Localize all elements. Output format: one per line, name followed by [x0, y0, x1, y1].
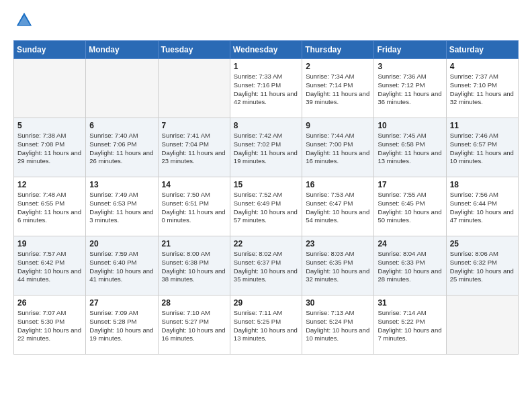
calendar-cell: 11Sunrise: 7:46 AMSunset: 6:57 PMDayligh… — [446, 118, 518, 177]
day-number: 22 — [234, 239, 298, 248]
cell-info: Sunrise: 7:36 AMSunset: 7:12 PMDaylight:… — [378, 73, 442, 107]
day-number: 30 — [306, 298, 370, 308]
day-number: 18 — [450, 180, 515, 189]
day-number: 10 — [378, 121, 442, 130]
calendar-cell: 30Sunrise: 7:13 AMSunset: 5:24 PMDayligh… — [302, 295, 374, 355]
calendar-cell: 7Sunrise: 7:41 AMSunset: 7:04 PMDaylight… — [158, 118, 230, 177]
cell-info: Sunrise: 7:09 AMSunset: 5:28 PMDaylight:… — [89, 309, 154, 343]
calendar-cell: 28Sunrise: 7:10 AMSunset: 5:27 PMDayligh… — [158, 295, 230, 355]
cell-info: Sunrise: 8:04 AMSunset: 6:33 PMDaylight:… — [378, 250, 442, 284]
calendar-cell — [14, 59, 86, 118]
day-number: 9 — [306, 121, 370, 130]
cell-info: Sunrise: 7:53 AMSunset: 6:47 PMDaylight:… — [306, 191, 370, 225]
calendar-cell: 25Sunrise: 8:06 AMSunset: 6:32 PMDayligh… — [446, 236, 518, 295]
cell-info: Sunrise: 7:38 AMSunset: 7:08 PMDaylight:… — [17, 132, 82, 166]
day-number: 4 — [450, 62, 515, 71]
weekday-saturday: Saturday — [446, 41, 518, 59]
cell-info: Sunrise: 7:46 AMSunset: 6:57 PMDaylight:… — [450, 132, 515, 166]
day-number: 16 — [306, 180, 370, 189]
cell-info: Sunrise: 7:56 AMSunset: 6:44 PMDaylight:… — [450, 191, 515, 225]
cell-info: Sunrise: 7:10 AMSunset: 5:27 PMDaylight:… — [162, 309, 226, 343]
calendar-cell: 13Sunrise: 7:49 AMSunset: 6:53 PMDayligh… — [86, 177, 158, 236]
weekday-header-row: SundayMondayTuesdayWednesdayThursdayFrid… — [14, 41, 519, 59]
week-row-3: 12Sunrise: 7:48 AMSunset: 6:55 PMDayligh… — [14, 177, 519, 236]
cell-info: Sunrise: 7:33 AMSunset: 7:16 PMDaylight:… — [234, 73, 298, 107]
calendar-cell: 10Sunrise: 7:45 AMSunset: 6:58 PMDayligh… — [374, 118, 446, 177]
calendar-cell: 19Sunrise: 7:57 AMSunset: 6:42 PMDayligh… — [14, 236, 86, 295]
calendar-cell: 23Sunrise: 8:03 AMSunset: 6:35 PMDayligh… — [302, 236, 374, 295]
weekday-friday: Friday — [374, 41, 446, 59]
day-number: 21 — [162, 239, 226, 248]
calendar-cell: 3Sunrise: 7:36 AMSunset: 7:12 PMDaylight… — [374, 59, 446, 118]
cell-info: Sunrise: 7:52 AMSunset: 6:49 PMDaylight:… — [234, 191, 298, 225]
cell-info: Sunrise: 7:44 AMSunset: 7:00 PMDaylight:… — [306, 132, 370, 166]
week-row-2: 5Sunrise: 7:38 AMSunset: 7:08 PMDaylight… — [14, 118, 519, 177]
cell-info: Sunrise: 7:34 AMSunset: 7:14 PMDaylight:… — [306, 73, 370, 107]
day-number: 25 — [450, 239, 515, 248]
day-number: 6 — [89, 121, 154, 130]
cell-info: Sunrise: 7:40 AMSunset: 7:06 PMDaylight:… — [89, 132, 154, 166]
day-number: 24 — [378, 239, 442, 248]
cell-info: Sunrise: 7:59 AMSunset: 6:40 PMDaylight:… — [89, 250, 154, 284]
weekday-wednesday: Wednesday — [230, 41, 302, 59]
week-row-1: 1Sunrise: 7:33 AMSunset: 7:16 PMDaylight… — [14, 59, 519, 118]
day-number: 19 — [17, 239, 82, 248]
calendar-cell: 18Sunrise: 7:56 AMSunset: 6:44 PMDayligh… — [446, 177, 518, 236]
weekday-thursday: Thursday — [302, 41, 374, 59]
cell-info: Sunrise: 8:06 AMSunset: 6:32 PMDaylight:… — [450, 250, 515, 284]
weekday-monday: Monday — [86, 41, 158, 59]
calendar-cell: 2Sunrise: 7:34 AMSunset: 7:14 PMDaylight… — [302, 59, 374, 118]
cell-info: Sunrise: 7:48 AMSunset: 6:55 PMDaylight:… — [17, 191, 82, 225]
cell-info: Sunrise: 7:13 AMSunset: 5:24 PMDaylight:… — [306, 309, 370, 343]
calendar-cell: 12Sunrise: 7:48 AMSunset: 6:55 PMDayligh… — [14, 177, 86, 236]
day-number: 7 — [162, 121, 226, 130]
cell-info: Sunrise: 7:14 AMSunset: 5:22 PMDaylight:… — [378, 309, 442, 343]
calendar-cell — [86, 59, 158, 118]
cell-info: Sunrise: 7:55 AMSunset: 6:45 PMDaylight:… — [378, 191, 442, 225]
cell-info: Sunrise: 7:45 AMSunset: 6:58 PMDaylight:… — [378, 132, 442, 166]
day-number: 2 — [306, 62, 370, 71]
day-number: 14 — [162, 180, 226, 189]
calendar-cell: 1Sunrise: 7:33 AMSunset: 7:16 PMDaylight… — [230, 59, 302, 118]
day-number: 15 — [234, 180, 298, 189]
day-number: 29 — [234, 298, 298, 308]
cell-info: Sunrise: 7:11 AMSunset: 5:25 PMDaylight:… — [234, 309, 298, 343]
day-number: 11 — [450, 121, 515, 130]
weekday-tuesday: Tuesday — [158, 41, 230, 59]
day-number: 3 — [378, 62, 442, 71]
calendar-cell: 6Sunrise: 7:40 AMSunset: 7:06 PMDaylight… — [86, 118, 158, 177]
calendar-cell: 16Sunrise: 7:53 AMSunset: 6:47 PMDayligh… — [302, 177, 374, 236]
calendar-cell: 22Sunrise: 8:02 AMSunset: 6:37 PMDayligh… — [230, 236, 302, 295]
day-number: 27 — [89, 298, 154, 308]
day-number: 28 — [162, 298, 226, 308]
week-row-5: 26Sunrise: 7:07 AMSunset: 5:30 PMDayligh… — [14, 295, 519, 355]
day-number: 1 — [234, 62, 298, 71]
day-number: 23 — [306, 239, 370, 248]
cell-info: Sunrise: 7:41 AMSunset: 7:04 PMDaylight:… — [162, 132, 226, 166]
logo — [13, 11, 36, 32]
day-number: 12 — [17, 180, 82, 189]
day-number: 13 — [89, 180, 154, 189]
calendar-cell: 26Sunrise: 7:07 AMSunset: 5:30 PMDayligh… — [14, 295, 86, 355]
page: SundayMondayTuesdayWednesdayThursdayFrid… — [0, 0, 532, 411]
day-number: 26 — [17, 298, 82, 308]
weekday-sunday: Sunday — [14, 41, 86, 59]
calendar-cell: 27Sunrise: 7:09 AMSunset: 5:28 PMDayligh… — [86, 295, 158, 355]
cell-info: Sunrise: 8:03 AMSunset: 6:35 PMDaylight:… — [306, 250, 370, 284]
day-number: 20 — [89, 239, 154, 248]
calendar: SundayMondayTuesdayWednesdayThursdayFrid… — [13, 40, 519, 355]
calendar-cell: 14Sunrise: 7:50 AMSunset: 6:51 PMDayligh… — [158, 177, 230, 236]
cell-info: Sunrise: 7:07 AMSunset: 5:30 PMDaylight:… — [17, 309, 82, 343]
calendar-cell: 21Sunrise: 8:00 AMSunset: 6:38 PMDayligh… — [158, 236, 230, 295]
calendar-cell: 5Sunrise: 7:38 AMSunset: 7:08 PMDaylight… — [14, 118, 86, 177]
cell-info: Sunrise: 7:49 AMSunset: 6:53 PMDaylight:… — [89, 191, 154, 225]
calendar-cell: 29Sunrise: 7:11 AMSunset: 5:25 PMDayligh… — [230, 295, 302, 355]
header — [13, 11, 519, 32]
calendar-cell: 20Sunrise: 7:59 AMSunset: 6:40 PMDayligh… — [86, 236, 158, 295]
calendar-cell: 17Sunrise: 7:55 AMSunset: 6:45 PMDayligh… — [374, 177, 446, 236]
calendar-cell: 8Sunrise: 7:42 AMSunset: 7:02 PMDaylight… — [230, 118, 302, 177]
cell-info: Sunrise: 7:57 AMSunset: 6:42 PMDaylight:… — [17, 250, 82, 284]
calendar-cell — [158, 59, 230, 118]
day-number: 5 — [17, 121, 82, 130]
calendar-cell — [446, 295, 518, 355]
